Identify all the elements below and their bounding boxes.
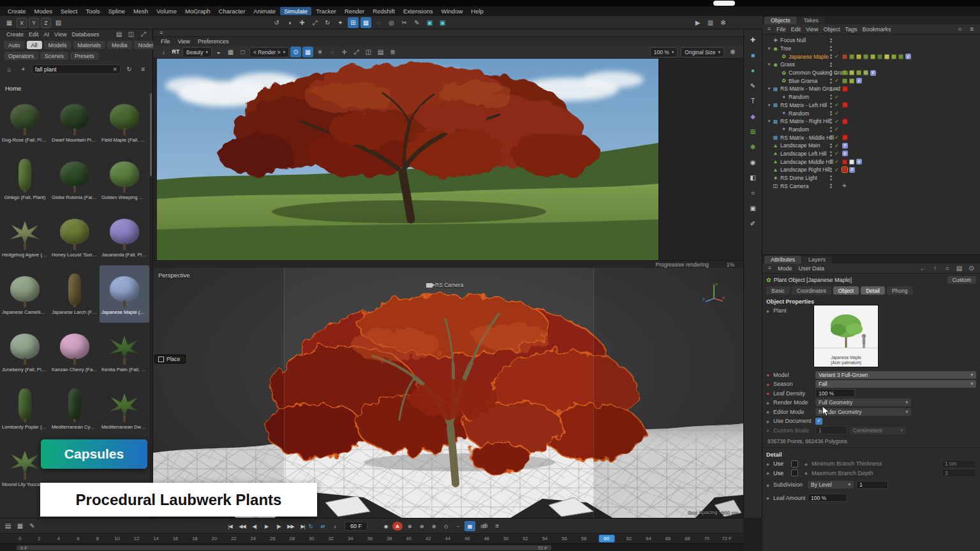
model-mode-icon[interactable]: ■ <box>748 50 759 61</box>
split-icon[interactable]: ◫ <box>126 29 137 40</box>
texture-swatch[interactable] <box>842 159 847 165</box>
knife-tool-icon[interactable]: ✂ <box>399 17 410 28</box>
expand-arrow-icon[interactable]: ▾ <box>766 119 772 124</box>
undo-icon[interactable]: ↺ <box>271 17 282 28</box>
filter-all[interactable]: All <box>27 41 42 49</box>
object-row-grass[interactable]: ▾◉Grass <box>762 61 980 69</box>
render-visibility-dot[interactable] <box>830 170 832 172</box>
object-row-japanese-maple[interactable]: ✿Japanese Maple✓F <box>762 52 980 61</box>
object-row-tree[interactable]: ▾◉Tree <box>762 45 980 53</box>
workplane-toggle-icon[interactable]: ▧ <box>53 17 64 28</box>
expand-arrow-icon[interactable]: ▾ <box>766 62 772 67</box>
fit-to-view-icon[interactable]: ⤢ <box>351 47 362 57</box>
visibility-toggles[interactable] <box>830 127 832 132</box>
place-tool-hud[interactable]: Place <box>154 355 186 364</box>
pan-view-icon[interactable]: ✚ <box>748 34 759 45</box>
object-row-landscape-left-hill[interactable]: ▲Landscape Left Hill✓F <box>762 150 980 158</box>
object-row-random[interactable]: ✦Random✓ <box>762 109 980 117</box>
use-max-branch-checkbox[interactable] <box>791 469 798 476</box>
tab-takes[interactable]: Takes <box>798 17 826 24</box>
material-chip[interactable] <box>842 86 848 92</box>
camera-hud[interactable]: RS Camera <box>426 282 463 288</box>
texture-mode-icon[interactable]: ● <box>748 65 759 76</box>
render-visibility-dot[interactable] <box>830 57 832 59</box>
key-diamond-icon[interactable]: ◆ <box>766 400 771 405</box>
use-min-branch-checkbox[interactable] <box>791 460 798 467</box>
object-row-random[interactable]: ✦Random✓ <box>762 93 980 101</box>
axis-x-lock[interactable]: X <box>17 18 27 28</box>
capsule-slot-a-icon[interactable]: ▣ <box>424 17 435 28</box>
layout-a-icon[interactable]: ▤ <box>3 521 13 532</box>
model-select[interactable]: Variant 3 Full-Grown ▾ <box>815 371 976 379</box>
generator-icon[interactable]: ✻ <box>748 142 759 152</box>
menu-bookmarks[interactable]: Bookmarks <box>859 26 893 33</box>
sphere-icon[interactable]: ○ <box>748 187 759 198</box>
visibility-toggles[interactable] <box>830 62 832 68</box>
texture-swatch[interactable] <box>849 54 854 59</box>
visibility-toggles[interactable] <box>830 78 832 84</box>
render-picture-viewer-icon[interactable]: ▥ <box>705 17 716 28</box>
rt-toggle[interactable]: RT <box>170 47 181 57</box>
object-row-landscape-main[interactable]: ▲Landscape Main✓F <box>762 142 980 150</box>
render-visibility-dot[interactable] <box>830 122 832 124</box>
enable-check-icon[interactable]: ✓ <box>835 78 840 84</box>
texture-swatch[interactable] <box>856 54 861 59</box>
menu-preferences[interactable]: Preferences <box>194 38 233 45</box>
visibility-toggles[interactable] <box>830 111 832 116</box>
visibility-toggles[interactable] <box>830 70 832 75</box>
object-row-rs-matrix-left-hill[interactable]: ▾▦RS Matrix - Left Hill✓ <box>762 101 980 110</box>
key-diamond-icon[interactable]: ◆ <box>766 483 771 487</box>
phong-tag-badge[interactable]: F <box>842 151 848 156</box>
autokey-button[interactable]: A <box>392 522 403 531</box>
menu-object[interactable]: Object <box>820 26 842 33</box>
phong-tag-badge[interactable]: F <box>849 167 855 173</box>
editor-visibility-dot[interactable] <box>830 46 832 48</box>
enable-check-icon[interactable]: ✓ <box>835 126 840 132</box>
snap-toggle-icon[interactable]: ⊞ <box>348 17 359 28</box>
workplane-icon[interactable]: ◌ <box>373 17 384 28</box>
asset-item-ginkgo-fall-plant[interactable]: Ginkgo (Fall, Plant) <box>0 151 50 208</box>
ab-compare-icon[interactable]: ◫ <box>363 47 374 57</box>
key-diamond-icon[interactable]: ◆ <box>766 419 771 423</box>
browser-options-icon[interactable]: ≡ <box>138 64 149 75</box>
size-select[interactable]: Original Size ▾ <box>681 47 724 57</box>
asset-item-mediterranean-dwarf[interactable]: Mediterranean Dwarf ... <box>100 380 149 437</box>
enable-check-icon[interactable]: ✓ <box>835 151 840 156</box>
render-settings-gear-icon[interactable]: ✻ <box>727 47 738 57</box>
menu-tags[interactable]: Tags <box>842 26 859 33</box>
quantize-toggle-icon[interactable]: ▦ <box>360 17 371 28</box>
lock-icon[interactable]: ⊙ <box>966 263 977 274</box>
menu-tools[interactable]: Tools <box>82 7 103 15</box>
object-row-rs-dome-light[interactable]: ☀RS Dome Light <box>762 174 980 182</box>
axis-mode-icon[interactable]: ◎ <box>386 17 397 28</box>
phong-tag-badge[interactable]: F <box>856 159 862 165</box>
render-visibility-dot[interactable] <box>830 138 832 140</box>
record-pla-button[interactable]: ~ <box>452 521 463 531</box>
target-icon[interactable]: ◉ <box>748 157 759 168</box>
render-visibility-dot[interactable] <box>830 73 832 75</box>
editor-visibility-dot[interactable] <box>830 175 832 177</box>
play-button[interactable]: ▶ <box>261 521 272 531</box>
color-display-icon[interactable]: ◒ <box>213 47 224 57</box>
background-checker-icon[interactable]: ▦ <box>225 47 236 57</box>
visibility-toggles[interactable] <box>830 184 832 189</box>
menu-view[interactable]: View <box>803 26 820 33</box>
popout-icon[interactable]: ⤢ <box>138 29 149 40</box>
camera-focus-icon[interactable]: ✛ <box>842 183 847 189</box>
editor-visibility-dot[interactable] <box>830 87 832 89</box>
pingpong-mode-button[interactable]: ⇄ <box>317 521 328 531</box>
editor-visibility-dot[interactable] <box>830 94 832 96</box>
object-row-rs-matrix-right-hill[interactable]: ▾▦RS Matrix - Right Hill✓ <box>762 117 980 126</box>
layout-b-icon[interactable]: ▦ <box>15 521 26 532</box>
render-visibility-dot[interactable] <box>830 49 832 51</box>
subdivision-field[interactable]: 1 <box>856 481 888 489</box>
enable-check-icon[interactable]: ✓ <box>835 70 840 76</box>
asset-item-kentia-palm-fall-plant[interactable]: Kentia Palm (Fall, Plant) <box>100 323 149 380</box>
editor-visibility-dot[interactable] <box>830 127 832 129</box>
phong-tag-badge[interactable]: F <box>905 54 911 59</box>
zoom-select[interactable]: 100 % ▾ <box>650 47 678 57</box>
asset-scrollbar[interactable] <box>150 93 152 540</box>
visibility-toggles[interactable] <box>830 168 832 173</box>
menu-view[interactable]: View <box>52 31 69 38</box>
next-key-button[interactable]: ▶▶ <box>285 521 296 531</box>
